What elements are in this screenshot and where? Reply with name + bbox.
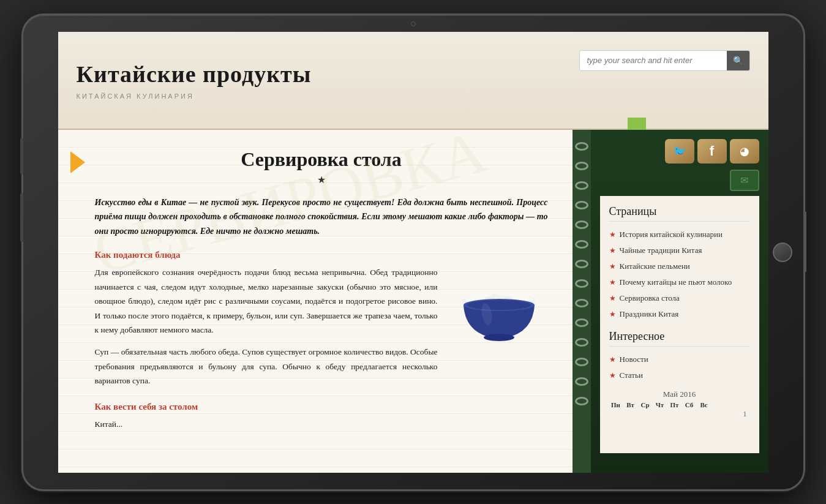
email-icon: ✉ bbox=[740, 175, 748, 186]
volume-down-button[interactable] bbox=[20, 138, 23, 175]
spiral-ring-1 bbox=[575, 142, 588, 151]
sidebar-link-text-6: Праздники Китая bbox=[620, 309, 679, 320]
rice-bowl-image bbox=[450, 271, 548, 351]
calendar-month: Май 2016 bbox=[609, 389, 750, 399]
svg-point-8 bbox=[484, 334, 514, 341]
search-input[interactable] bbox=[580, 51, 727, 70]
search-bar: 🔍 bbox=[579, 50, 750, 71]
cal-tue: Вт bbox=[624, 401, 637, 408]
spiral-ring-14 bbox=[575, 397, 588, 405]
interesting-link-1[interactable]: ★ Новости bbox=[609, 352, 750, 367]
spiral-ring-13 bbox=[575, 377, 588, 386]
rss-button[interactable]: ◕ bbox=[730, 139, 759, 164]
heading-star: ★ bbox=[95, 174, 548, 186]
spiral-ring-3 bbox=[575, 181, 588, 190]
twitter-button[interactable]: 🐦 bbox=[665, 139, 694, 164]
star-icon-i1: ★ bbox=[609, 355, 616, 364]
spiral-ring-7 bbox=[575, 260, 588, 268]
cal-fri: Пт bbox=[668, 401, 681, 408]
interesting-link-text-1: Новости bbox=[620, 354, 648, 365]
social-icons-row: 🐦 f ◕ bbox=[591, 130, 768, 170]
calendar-day-headers: Пн Вт Ср Чт Пт Сб Вс bbox=[609, 401, 750, 408]
two-column-layout: Для европейского сознания очерёдность по… bbox=[95, 265, 548, 396]
interesting-section-title: Интересное bbox=[609, 330, 750, 347]
sidebar-link-4[interactable]: ★ Почему китайцы не пьют молоко bbox=[609, 274, 750, 290]
notebook-right: 🐦 f ◕ ✉ Страницы bbox=[591, 130, 768, 473]
sidebar-link-text-1: История китайской кулинарии bbox=[620, 229, 723, 240]
twitter-icon: 🐦 bbox=[673, 145, 686, 158]
section3-text: Китай... bbox=[95, 417, 548, 432]
section2-text: Суп — обязательная часть любого обеда. С… bbox=[95, 345, 438, 388]
site-header: Китайские продукты КИТАЙСКАЯ КУЛИНАРИЯ 🔍 bbox=[58, 32, 768, 130]
svg-point-7 bbox=[467, 300, 531, 310]
cal-thu: Чт bbox=[653, 401, 667, 408]
calendar: Май 2016 Пн Вт Ср Чт Пт Сб Вс 1 bbox=[609, 389, 750, 419]
notebook-left-page: СЕРВИРОВКА Сервировка стола ★ Искусство … bbox=[58, 130, 573, 473]
facebook-button[interactable]: f bbox=[697, 139, 727, 164]
interesting-link-2[interactable]: ★ Статьи bbox=[609, 367, 750, 383]
section1-text: Для европейского сознания очерёдность по… bbox=[95, 265, 438, 337]
spiral-ring-9 bbox=[575, 299, 588, 307]
sidebar-panel: Страницы ★ История китайской кулинарии ★… bbox=[600, 196, 759, 453]
bookmark-tab bbox=[628, 118, 646, 130]
pages-list: ★ История китайской кулинарии ★ Чайные т… bbox=[609, 227, 750, 323]
main-content: СЕРВИРОВКА Сервировка стола ★ Искусство … bbox=[58, 130, 768, 473]
article-intro: Искусство еды в Китае — не пустой звук. … bbox=[95, 195, 548, 239]
spiral-ring-10 bbox=[575, 318, 588, 327]
power-button[interactable] bbox=[803, 211, 806, 273]
volume-up-button[interactable] bbox=[20, 193, 23, 242]
cal-sat: Сб bbox=[683, 401, 696, 408]
sidebar-link-text-2: Чайные традиции Китая bbox=[620, 245, 702, 256]
spiral-ring-6 bbox=[575, 240, 588, 249]
star-icon-5: ★ bbox=[609, 294, 616, 303]
tablet-frame: Китайские продукты КИТАЙСКАЯ КУЛИНАРИЯ 🔍… bbox=[21, 13, 805, 491]
site-subtitle: КИТАЙСКАЯ КУЛИНАРИЯ bbox=[77, 92, 750, 100]
spiral-ring-11 bbox=[575, 338, 588, 347]
section1-heading: Как подаются блюда bbox=[95, 250, 548, 260]
email-button[interactable]: ✉ bbox=[730, 170, 759, 191]
cal-mon: Пн bbox=[609, 401, 623, 408]
sidebar-link-text-3: Китайские пельмени bbox=[620, 261, 690, 272]
text-column: Для европейского сознания очерёдность по… bbox=[95, 265, 438, 396]
star-icon-1: ★ bbox=[609, 230, 616, 239]
star-icon-6: ★ bbox=[609, 310, 616, 319]
spiral-ring-12 bbox=[575, 358, 588, 366]
pages-section-title: Страницы bbox=[609, 205, 750, 222]
interesting-list: ★ Новости ★ Статьи bbox=[609, 352, 750, 383]
sidebar-link-5[interactable]: ★ Сервировка стола bbox=[609, 290, 750, 306]
sidebar-link-1[interactable]: ★ История китайской кулинарии bbox=[609, 227, 750, 243]
spiral-binding bbox=[573, 130, 591, 473]
search-button[interactable]: 🔍 bbox=[727, 51, 749, 70]
section3-heading: Как вести себя за столом bbox=[95, 402, 548, 412]
cal-wed: Ср bbox=[639, 401, 652, 408]
spiral-ring-4 bbox=[575, 201, 588, 209]
rss-icon: ◕ bbox=[740, 145, 749, 158]
svg-point-5 bbox=[490, 294, 499, 298]
sidebar-link-6[interactable]: ★ Праздники Китая bbox=[609, 306, 750, 322]
interesting-link-text-2: Статьи bbox=[620, 370, 643, 381]
facebook-icon: f bbox=[710, 143, 714, 159]
home-button[interactable] bbox=[773, 243, 792, 262]
sidebar-link-2[interactable]: ★ Чайные традиции Китая bbox=[609, 243, 750, 258]
camera bbox=[411, 21, 416, 26]
sidebar-link-text-5: Сервировка стола bbox=[620, 293, 680, 304]
sidebar-link-3[interactable]: ★ Китайские пельмени bbox=[609, 258, 750, 274]
calendar-first-number: 1 bbox=[609, 410, 750, 419]
tablet-screen: Китайские продукты КИТАЙСКАЯ КУЛИНАРИЯ 🔍… bbox=[58, 32, 768, 473]
star-icon-i2: ★ bbox=[609, 371, 616, 380]
star-icon-3: ★ bbox=[609, 262, 616, 271]
spiral-ring-8 bbox=[575, 279, 588, 288]
star-icon-2: ★ bbox=[609, 246, 616, 255]
star-icon-4: ★ bbox=[609, 278, 616, 287]
cal-sun: Вс bbox=[697, 401, 711, 408]
article-heading: Сервировка стола bbox=[95, 148, 548, 171]
sidebar-link-text-4: Почему китайцы не пьют молоко bbox=[620, 277, 732, 288]
orange-arrow-bookmark bbox=[70, 151, 85, 173]
spiral-ring-5 bbox=[575, 220, 588, 229]
spiral-ring-2 bbox=[575, 162, 588, 170]
